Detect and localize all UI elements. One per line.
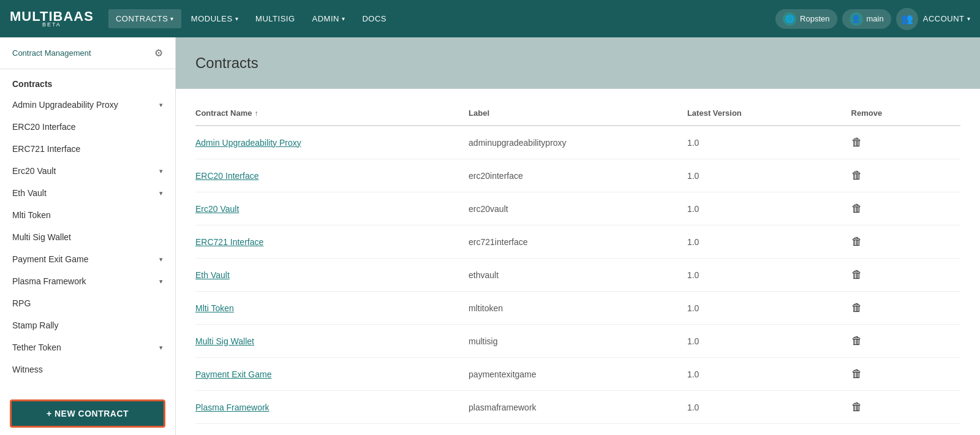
sidebar-items: Admin Upgradeability Proxy ▾ ERC20 Inter… bbox=[0, 94, 175, 392]
contract-label-cell: erc20vault bbox=[469, 204, 687, 214]
contract-remove-cell: 🗑 bbox=[851, 301, 960, 314]
delete-icon[interactable]: 🗑 bbox=[851, 235, 862, 248]
nav-admin[interactable]: ADMIN ▾ bbox=[305, 9, 353, 28]
contract-version-cell: 1.0 bbox=[687, 171, 851, 181]
contract-label-cell: erc721interface bbox=[469, 237, 687, 247]
top-navigation: MULTIBAAS BETA CONTRACTS ▾ MODULES ▾ MUL… bbox=[0, 0, 980, 37]
sidebar-item-mlti-token[interactable]: Mlti Token bbox=[0, 204, 175, 226]
new-contract-button[interactable]: + NEW CONTRACT bbox=[10, 399, 165, 428]
main-content: Contracts Contract Name ↑ Label Latest V… bbox=[176, 37, 980, 435]
sidebar-item-witness[interactable]: Witness bbox=[0, 358, 175, 380]
sidebar-item-label: Payment Exit Game bbox=[12, 254, 89, 264]
delete-icon[interactable]: 🗑 bbox=[851, 368, 862, 380]
sidebar-item-plasma-framework[interactable]: Plasma Framework ▾ bbox=[0, 270, 175, 292]
contract-link[interactable]: Payment Exit Game bbox=[195, 369, 272, 379]
chevron-down-icon: ▾ bbox=[170, 15, 174, 22]
delete-icon[interactable]: 🗑 bbox=[851, 136, 862, 148]
table-row: Admin Upgradeability Proxy adminupgradea… bbox=[195, 126, 960, 159]
sidebar-item-stamp-rally[interactable]: Stamp Rally bbox=[0, 314, 175, 336]
delete-icon[interactable]: 🗑 bbox=[851, 202, 862, 214]
sidebar-item-label: ERC721 Interface bbox=[12, 144, 80, 154]
sort-asc-icon: ↑ bbox=[254, 109, 258, 118]
sidebar-item-label: ERC20 Interface bbox=[12, 122, 76, 132]
contract-link[interactable]: ERC721 Interface bbox=[195, 237, 263, 247]
table-row: Mlti Token mltitoken 1.0 🗑 bbox=[195, 292, 960, 325]
delete-icon[interactable]: 🗑 bbox=[851, 401, 862, 413]
contract-link[interactable]: Erc20 Vault bbox=[195, 204, 239, 214]
col-contract-name: Contract Name ↑ bbox=[195, 108, 469, 118]
table-row: RPG rpg 1.0 🗑 bbox=[195, 424, 960, 435]
delete-icon[interactable]: 🗑 bbox=[851, 335, 862, 347]
contract-remove-cell: 🗑 bbox=[851, 169, 960, 182]
contract-name-cell: Plasma Framework bbox=[195, 403, 469, 412]
contract-link[interactable]: ERC20 Interface bbox=[195, 171, 259, 181]
contract-remove-cell: 🗑 bbox=[851, 136, 960, 149]
contract-remove-cell: 🗑 bbox=[851, 401, 960, 414]
sidebar-item-label: RPG bbox=[12, 298, 31, 308]
contract-link[interactable]: Admin Upgradeability Proxy bbox=[195, 138, 301, 148]
contract-version-cell: 1.0 bbox=[687, 270, 851, 280]
content-header: Contracts bbox=[176, 37, 980, 89]
sidebar: Contract Management ⚙ Contracts Admin Up… bbox=[0, 37, 176, 435]
chevron-down-icon: ▾ bbox=[159, 189, 163, 197]
nav-modules[interactable]: MODULES ▾ bbox=[184, 9, 246, 28]
sidebar-item-erc20-vault[interactable]: Erc20 Vault ▾ bbox=[0, 160, 175, 182]
sidebar-item-erc20-interface[interactable]: ERC20 Interface bbox=[0, 116, 175, 138]
sidebar-item-eth-vault[interactable]: Eth Vault ▾ bbox=[0, 182, 175, 204]
sidebar-item-tether-token[interactable]: Tether Token ▾ bbox=[0, 336, 175, 358]
table-row: Payment Exit Game paymentexitgame 1.0 🗑 bbox=[195, 358, 960, 391]
contract-version-cell: 1.0 bbox=[687, 336, 851, 346]
delete-icon[interactable]: 🗑 bbox=[851, 268, 862, 281]
contract-remove-cell: 🗑 bbox=[851, 335, 960, 347]
contract-label-cell: mltitoken bbox=[469, 303, 687, 313]
chevron-down-icon: ▾ bbox=[159, 278, 163, 286]
user-icon: 👤 bbox=[850, 12, 863, 26]
nav-multisig[interactable]: MULTISIG bbox=[248, 9, 302, 28]
nav-docs[interactable]: DOCS bbox=[355, 9, 394, 28]
contract-link[interactable]: Plasma Framework bbox=[195, 403, 270, 412]
contract-label-cell: adminupgradeabilityproxy bbox=[469, 138, 687, 148]
delete-icon[interactable]: 🗑 bbox=[851, 301, 862, 314]
table-row: Multi Sig Wallet multisig 1.0 🗑 bbox=[195, 325, 960, 358]
col-label: Label bbox=[469, 108, 687, 118]
table-row: Eth Vault ethvault 1.0 🗑 bbox=[195, 259, 960, 292]
sidebar-item-payment-exit-game[interactable]: Payment Exit Game ▾ bbox=[0, 248, 175, 270]
contract-remove-cell: 🗑 bbox=[851, 235, 960, 248]
sidebar-item-multi-sig-wallet[interactable]: Multi Sig Wallet bbox=[0, 226, 175, 248]
contract-name-cell: Admin Upgradeability Proxy bbox=[195, 138, 469, 148]
contract-version-cell: 1.0 bbox=[687, 369, 851, 379]
chevron-down-icon: ▾ bbox=[235, 15, 239, 22]
sidebar-item-label: Multi Sig Wallet bbox=[12, 232, 71, 242]
contract-management-label: Contract Management bbox=[12, 48, 91, 58]
user-badge[interactable]: 👤 main bbox=[842, 9, 891, 29]
contract-name-cell: Mlti Token bbox=[195, 303, 469, 313]
nav-contracts[interactable]: CONTRACTS ▾ bbox=[108, 9, 181, 28]
contract-remove-cell: 🗑 bbox=[851, 268, 960, 281]
contract-link[interactable]: Eth Vault bbox=[195, 270, 230, 280]
table-header: Contract Name ↑ Label Latest Version Rem… bbox=[195, 104, 960, 126]
contract-name-cell: ERC20 Interface bbox=[195, 171, 469, 181]
contract-link[interactable]: Multi Sig Wallet bbox=[195, 336, 254, 346]
network-badge[interactable]: 🌐 Ropsten bbox=[775, 9, 837, 29]
page-title: Contracts bbox=[195, 55, 960, 72]
contract-version-cell: 1.0 bbox=[687, 138, 851, 148]
sidebar-item-label: Eth Vault bbox=[12, 188, 47, 198]
main-layout: Contract Management ⚙ Contracts Admin Up… bbox=[0, 37, 980, 435]
sidebar-item-admin-upgradeability-proxy[interactable]: Admin Upgradeability Proxy ▾ bbox=[0, 94, 175, 116]
sidebar-item-erc721-interface[interactable]: ERC721 Interface bbox=[0, 138, 175, 160]
sidebar-item-label: Plasma Framework bbox=[12, 276, 86, 286]
sidebar-item-label: Mlti Token bbox=[12, 210, 51, 220]
contract-version-cell: 1.0 bbox=[687, 303, 851, 313]
delete-icon[interactable]: 🗑 bbox=[851, 169, 862, 181]
sidebar-item-rpg[interactable]: RPG bbox=[0, 292, 175, 314]
gear-icon[interactable]: ⚙ bbox=[154, 47, 163, 59]
users-icon[interactable]: 👥 bbox=[896, 8, 918, 30]
contract-label-cell: erc20interface bbox=[469, 171, 687, 181]
table-row: Erc20 Vault erc20vault 1.0 🗑 bbox=[195, 192, 960, 225]
sidebar-item-label: Stamp Rally bbox=[12, 320, 58, 330]
contract-link[interactable]: Mlti Token bbox=[195, 303, 234, 313]
account-menu[interactable]: ACCOUNT ▾ bbox=[923, 14, 970, 23]
sidebar-item-label: Erc20 Vault bbox=[12, 166, 56, 176]
logo[interactable]: MULTIBAAS BETA bbox=[10, 10, 94, 28]
chevron-down-icon: ▾ bbox=[159, 344, 163, 352]
